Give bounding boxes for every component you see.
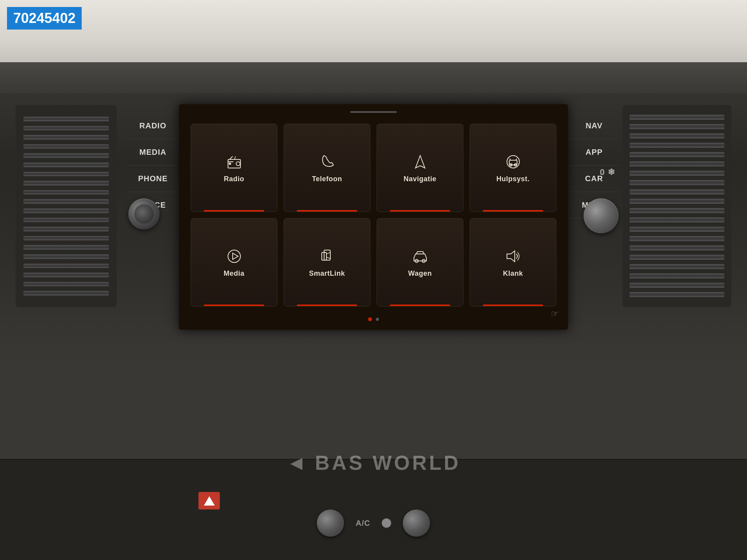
vent-slat [23,227,109,231]
app-tile-smartlink[interactable]: SmartLink [284,218,370,306]
svg-marker-6 [416,156,425,168]
ac-left-knob[interactable] [317,509,344,537]
vent-slat [630,292,724,297]
page-dot-active [368,317,372,321]
gesture-icon: ☞ [551,309,559,319]
svg-rect-15 [324,250,330,260]
right-air-vent [622,105,731,307]
vent-slat [630,255,724,260]
radio-icon [225,152,244,171]
app-label-navigatie: Navigatie [403,175,437,183]
vent-slat [630,133,724,138]
app-tile-media[interactable]: Media [191,218,277,306]
vent-slat [23,144,109,149]
app-grid: Radio Telefoon Navigatie [191,124,556,306]
vent-slat [630,152,724,157]
page-dot-inactive [376,318,379,321]
left-vent-slats [16,105,117,307]
svg-point-7 [507,156,519,168]
navigation-icon [411,152,430,171]
watermark-text: BAS WORLD [315,451,461,474]
vent-slat [23,236,109,241]
infotainment-screen[interactable]: Radio Telefoon Navigatie [179,104,568,330]
app-button[interactable]: APP [569,139,619,166]
phone-icon [318,152,337,171]
vent-slat [630,245,724,250]
watermark-arrow-icon: ◄ [286,451,309,474]
ac-toggle[interactable] [382,518,391,528]
app-tile-wagen[interactable]: Wagen [377,218,463,306]
screen-content: Radio Telefoon Navigatie [179,104,568,330]
vent-slat [23,291,109,296]
app-tile-klank[interactable]: Klank [470,218,556,306]
vent-slat [23,245,109,250]
right-vent-slats [622,105,731,307]
screen-top-indicator [350,111,397,113]
vent-slat [630,208,724,213]
svg-line-18 [326,257,330,259]
vent-slat [23,254,109,259]
app-label-telefoon: Telefoon [312,175,342,183]
vent-slat [23,264,109,268]
top-trim [0,62,747,93]
vent-slat [23,273,109,277]
svg-line-3 [230,156,233,159]
vent-slat [630,236,724,241]
power-knob[interactable] [128,198,160,229]
app-tile-navigatie[interactable]: Navigatie [377,124,463,212]
app-tile-hulpsyst[interactable]: Hulpsyst. [470,124,556,212]
car-icon [411,247,430,266]
car-button[interactable]: CAR [569,166,619,192]
app-label-radio: Radio [224,175,244,183]
vent-slat [630,227,724,232]
vent-slat [23,135,109,140]
watermark: ◄ BAS WORLD [286,451,461,474]
ac-controls: A/C [317,509,430,537]
ac-label: A/C [356,519,370,528]
left-air-vent [16,105,117,307]
vent-slat [630,189,724,194]
hazard-button[interactable] [198,492,220,509]
vent-slat [23,218,109,222]
vent-slat [630,273,724,278]
vent-slat [630,124,724,129]
radio-button[interactable]: RADIO [128,113,178,139]
media-icon [225,247,244,266]
vent-slat [23,117,109,121]
app-label-hulpsyst: Hulpsyst. [496,175,530,183]
vent-slat [23,181,109,186]
app-tile-telefoon[interactable]: Telefoon [284,124,370,212]
media-button[interactable]: MEDIA [128,139,178,166]
vent-slat [23,126,109,131]
vent-slat [23,153,109,158]
volume-knob[interactable] [584,198,619,233]
speaker-icon [504,247,523,266]
vent-slat [23,282,109,287]
vent-slat [630,115,724,120]
svg-point-5 [229,163,231,164]
vent-slat [630,171,724,176]
app-label-media: Media [224,270,245,278]
vent-slat [23,199,109,204]
page-indicators [368,317,379,321]
vent-slat [23,208,109,213]
smartlink-icon [318,247,337,266]
vent-slat [23,190,109,195]
svg-point-1 [236,162,240,166]
vent-slat [630,143,724,148]
vent-slat [630,283,724,288]
svg-line-4 [234,156,236,159]
vent-slat [630,264,724,269]
power-knob-inner [134,204,154,224]
vent-slat [630,180,724,185]
nav-button[interactable]: NAV [569,113,619,139]
vent-slat [630,217,724,222]
svg-marker-21 [507,251,515,262]
app-label-klank: Klank [503,270,523,278]
vent-slat [630,161,724,166]
ac-right-knob[interactable] [403,509,430,537]
vent-slat [630,199,724,204]
app-tile-radio[interactable]: Radio [191,124,277,212]
app-label-smartlink: SmartLink [309,270,345,278]
phone-button[interactable]: PHONE [128,166,178,192]
